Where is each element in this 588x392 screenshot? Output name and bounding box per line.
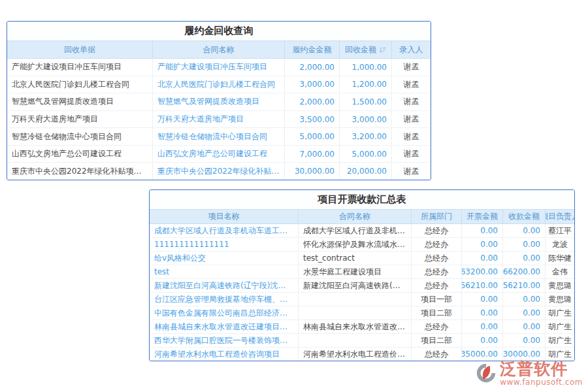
bond-amount-value: 3,000.00 bbox=[300, 80, 335, 89]
contract-name-cell[interactable]: 智慧燃气及管网提质改造项目 bbox=[152, 93, 284, 110]
project-manager-value: 胡广生 bbox=[548, 349, 572, 360]
entered-by-cell: 谢孟 bbox=[391, 59, 431, 76]
contract-name-cell[interactable]: 万科天府大道房地产项目 bbox=[152, 111, 284, 128]
receipt-amount-value: 0.00 bbox=[523, 295, 540, 304]
table-row: 产能扩大建设项目冲压车间项目产能扩大建设项目冲压车间项目2,000.001,00… bbox=[7, 59, 431, 76]
recovery-doc-header[interactable]: 回收单据 bbox=[7, 41, 152, 58]
invoice-amount-cell: 0.00 bbox=[461, 306, 502, 319]
table-body: 产能扩大建设项目冲压车间项目产能扩大建设项目冲压车间项目2,000.001,00… bbox=[7, 59, 431, 180]
bond-amount-value: 5,000.00 bbox=[300, 132, 335, 141]
project-manager-header[interactable]: 项目负责人 bbox=[545, 210, 574, 223]
table-row: 重庆市中央公园2022年绿化补贴项目-施工2标段重庆市中央公园2022年绿化补贴… bbox=[7, 163, 431, 180]
recovery-amount-cell: 20,000.00 bbox=[339, 163, 391, 180]
invoice-amount-value: 45263200.00 bbox=[461, 267, 498, 276]
department-value: 总经办 bbox=[425, 267, 448, 278]
invoice-amount-value: 35000.00 bbox=[461, 350, 498, 359]
project-name-cell[interactable]: 111111111111111 bbox=[150, 238, 298, 251]
column-header-label: 回收金额 bbox=[345, 44, 376, 56]
project-name-cell[interactable]: 给v风格和公交 bbox=[150, 252, 298, 265]
department-cell: 项目一部 bbox=[411, 293, 461, 306]
recovery-amount-value: 5,000.00 bbox=[352, 150, 387, 159]
recovery-amount-cell: 1,500.00 bbox=[339, 93, 391, 110]
contract-name-cell[interactable]: 产能扩大建设项目冲压车间项目 bbox=[152, 59, 284, 76]
bond-amount-header[interactable]: 履约金金额 bbox=[284, 41, 339, 58]
column-header-label: 所属部门 bbox=[421, 211, 452, 222]
entered-by-cell: 谢孟 bbox=[391, 93, 431, 110]
table-row: 林南县城自来水取水管道改迁建项目（二期）林南县城自来水取水管道改迁建项目（二期）… bbox=[150, 320, 574, 334]
project-name-cell[interactable]: 新建沈阳至白河高速铁路(辽宁段)沈阳枢纽改建工程 bbox=[150, 279, 298, 292]
contract-name-cell[interactable]: 智慧冷链仓储物流中心项目合同 bbox=[152, 128, 284, 145]
invoice-amount-value: 0.00 bbox=[480, 253, 498, 263]
recovery-amount-header[interactable]: 回收金额 bbox=[339, 41, 391, 58]
bond-amount-cell: 7,000.00 bbox=[284, 146, 339, 163]
project-name-value: 西华大学附属口腔医院一号楼装饰项目造价咨询 bbox=[154, 335, 293, 346]
contract-name-header[interactable]: 合同名称 bbox=[298, 210, 411, 223]
contract-name-value: 林南县城自来水取水管道改迁建项目（二期） bbox=[303, 321, 406, 333]
invoice-amount-value: 23256210.00 bbox=[461, 281, 498, 290]
receipt-amount-value: 266200.00 bbox=[502, 267, 540, 276]
recovery-doc-cell: 智慧燃气及管网提质改造项目 bbox=[7, 93, 152, 110]
recovery-amount-value: 1,500.00 bbox=[352, 97, 387, 106]
entered-by-header[interactable]: 录入人 bbox=[391, 41, 431, 58]
bond-amount-value: 7,000.00 bbox=[300, 150, 335, 159]
project-name-cell[interactable]: 西华大学附属口腔医院一号楼装饰项目造价咨询 bbox=[150, 334, 298, 347]
invoice-receipt-summary-panel: 项目开票收款汇总表 项目名称合同名称所属部门开票金额收款金额项目负责人 成都大学… bbox=[149, 189, 575, 361]
receipt-amount-value: 0.00 bbox=[523, 336, 540, 345]
contract-name-value: 智慧燃气及管网提质改造项目 bbox=[157, 96, 259, 107]
recovery-doc-cell: 产能扩大建设项目冲压车间项目 bbox=[7, 59, 152, 76]
contract-name-cell[interactable]: 重庆市中央公园2022年绿化补贴项目-施工2标段 bbox=[152, 163, 284, 180]
department-cell: 总经办 bbox=[411, 224, 461, 237]
project-name-cell[interactable]: 河南希望水利水电工程造价咨询项目 bbox=[150, 348, 298, 361]
contract-name-cell: 成都大学区域人行道及非机动车道工程施工 bbox=[298, 224, 411, 237]
table-row: 新建沈阳至白河高速铁路(辽宁段)沈阳枢纽改建工程新建沈阳至白河高速铁路(辽宁段)… bbox=[150, 279, 574, 293]
project-name-cell[interactable]: 中国有色金属有限公司南昌总部经济产业园项目二期 bbox=[150, 306, 298, 319]
project-manager-cell: 胡广生 bbox=[545, 334, 574, 347]
project-manager-cell: 龙波 bbox=[545, 238, 574, 251]
receipt-amount-cell: 266200.00 bbox=[502, 265, 545, 278]
contract-name-cell[interactable]: 山西弘文房地产总公司建设工程 bbox=[152, 146, 284, 163]
project-manager-value: 陈华健 bbox=[548, 253, 572, 264]
table-row: test水景华庭工程建设项目总经办45263200.00266200.00金伟 bbox=[150, 265, 574, 279]
invoice-amount-header[interactable]: 开票金额 bbox=[461, 210, 502, 223]
bond-recovery-query-title: 履约金回收查询 bbox=[7, 22, 431, 41]
entered-by-cell: 谢孟 bbox=[391, 76, 431, 93]
contract-name-value: 新建沈阳至白河高速铁路(辽宁段)沈阳枢纽改建工程 bbox=[303, 280, 406, 291]
contract-name-value: 河南希望水利水电工程造价咨询项目 bbox=[303, 349, 406, 360]
recovery-amount-cell: 1,000.00 bbox=[339, 59, 391, 76]
entered-by-value: 谢孟 bbox=[404, 79, 419, 90]
project-manager-cell: 胡广生 bbox=[545, 306, 574, 319]
project-manager-value: 胡广生 bbox=[548, 335, 572, 346]
department-header[interactable]: 所属部门 bbox=[411, 210, 461, 223]
project-name-value: 给v风格和公交 bbox=[154, 253, 206, 264]
recovery-amount-value: 3,000.00 bbox=[352, 115, 387, 124]
invoice-amount-value: 0.00 bbox=[480, 308, 498, 318]
recovery-amount-value: 20,000.00 bbox=[347, 167, 387, 176]
vendor-logo: 泛普软件 www.fanpusoft.com bbox=[475, 361, 583, 387]
project-name-cell[interactable]: 成都大学区域人行道及非机动车道工程施工 bbox=[150, 224, 298, 237]
receipt-amount-value: 0.00 bbox=[523, 240, 540, 249]
contract-name-cell[interactable]: 北京人民医院门诊妇儿楼工程合同 bbox=[152, 76, 284, 93]
entered-by-cell: 谢孟 bbox=[391, 163, 431, 180]
department-cell: 总经办 bbox=[411, 252, 461, 265]
receipt-amount-cell: 0.00 bbox=[502, 238, 545, 251]
project-manager-value: 蔡江平 bbox=[548, 225, 572, 237]
column-header-label: 项目负责人 bbox=[545, 211, 574, 222]
receipt-amount-value: 30000.00 bbox=[503, 350, 540, 359]
bond-amount-value: 3,500.00 bbox=[300, 115, 335, 124]
table-row: 成都大学区域人行道及非机动车道工程施工成都大学区域人行道及非机动车道工程施工总经… bbox=[150, 224, 574, 238]
receipt-amount-cell: 0.00 bbox=[502, 320, 545, 333]
column-header-label: 履约金金额 bbox=[293, 44, 332, 56]
recovery-doc-cell: 万科天府大道房地产项目 bbox=[7, 111, 152, 128]
bond-amount-cell: 3,000.00 bbox=[284, 76, 339, 93]
project-manager-cell: 陈华健 bbox=[545, 252, 574, 265]
receipt-amount-header[interactable]: 收款金额 bbox=[502, 210, 545, 223]
project-name-header[interactable]: 项目名称 bbox=[150, 210, 298, 223]
project-name-cell[interactable]: test bbox=[150, 265, 298, 278]
invoice-amount-value: 0.00 bbox=[480, 322, 498, 331]
project-name-value: 中国有色金属有限公司南昌总部经济产业园项目二期 bbox=[154, 308, 293, 319]
project-name-cell[interactable]: 林南县城自来水取水管道改迁建项目（二期） bbox=[150, 320, 298, 333]
department-cell: 项目二部 bbox=[411, 334, 461, 347]
column-header-label: 收款金额 bbox=[508, 211, 540, 222]
contract-name-header[interactable]: 合同名称 bbox=[152, 41, 284, 58]
project-name-cell[interactable]: 台江区应急管理局救援基地停车棚、通信项目 bbox=[150, 293, 298, 306]
